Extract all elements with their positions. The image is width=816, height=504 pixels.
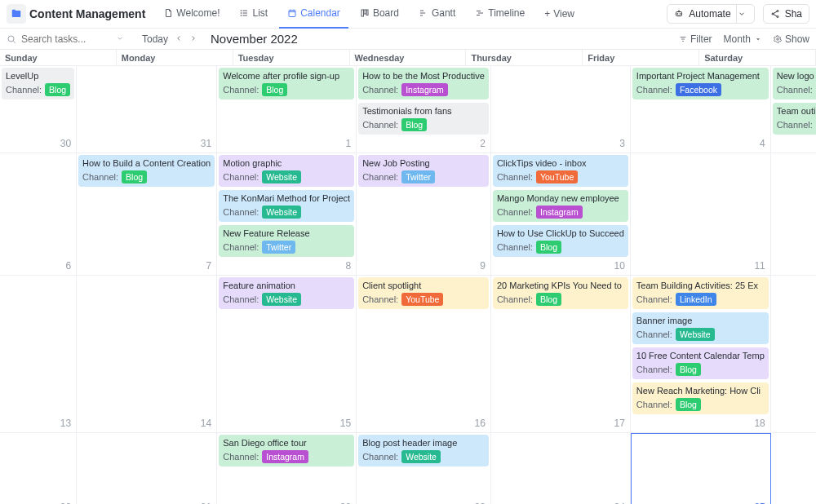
- event-channel-label: Channel:: [362, 172, 398, 182]
- tab-label: Timeline: [488, 7, 525, 19]
- add-view-button[interactable]: + View: [536, 8, 583, 20]
- calendar-cell[interactable]: New logoChannel:WebsiteTeam outingChanne…: [771, 66, 816, 153]
- event-title: 10 Free Content Calendar Temp: [636, 350, 765, 361]
- calendar-event[interactable]: Banner imageChannel:Website: [632, 312, 769, 344]
- tab-timeline[interactable]: Timeline: [467, 0, 533, 29]
- event-channel-label: Channel:: [362, 85, 398, 95]
- calendar-cell[interactable]: Important Project ManagementChannel:Face…: [631, 66, 771, 153]
- today-button[interactable]: Today: [142, 33, 168, 45]
- calendar-event[interactable]: Welcome after profile sign-upChannel:Blo…: [219, 68, 354, 99]
- calendar-cell[interactable]: 26: [771, 433, 816, 504]
- automate-button[interactable]: Automate: [667, 4, 754, 24]
- calendar-cell[interactable]: 14: [77, 276, 217, 433]
- calendar-cell[interactable]: Client spotlightChannel:YouTube16: [357, 276, 491, 433]
- tab-calendar[interactable]: Calendar: [279, 0, 348, 29]
- calendar-cell[interactable]: Team Building Activities: 25 ExChannel:L…: [631, 276, 771, 433]
- calendar-cell[interactable]: 12: [771, 153, 816, 276]
- calendar-cell[interactable]: New Job PostingChannel:Twitter9: [357, 153, 491, 276]
- day-number: 15: [340, 418, 351, 429]
- day-number: 18: [754, 418, 765, 429]
- calendar-cell[interactable]: 6: [0, 153, 77, 276]
- calendar-event[interactable]: New Feature ReleaseChannel:Twitter: [219, 225, 354, 257]
- calendar-event[interactable]: How to Build a Content CreationChannel:B…: [78, 155, 215, 187]
- calendar-event[interactable]: The KonMari Method for ProjectChannel:We…: [219, 190, 354, 222]
- calendar-cell[interactable]: Motion graphicChannel:WebsiteThe KonMari…: [217, 153, 357, 276]
- calendar-cell[interactable]: 19: [771, 276, 816, 433]
- calendar-cell[interactable]: ClickTips video - inboxChannel:YouTubeMa…: [491, 153, 631, 276]
- calendar-cell[interactable]: Feature animationChannel:Website15: [217, 276, 357, 433]
- tab-welcome[interactable]: Welcome!: [155, 0, 228, 29]
- range-dropdown[interactable]: Month: [724, 33, 762, 45]
- share-button[interactable]: Sha: [763, 4, 809, 24]
- calendar-event[interactable]: Team outingChannel:Website: [773, 103, 816, 135]
- search-options-caret[interactable]: [116, 33, 124, 45]
- filter-bar: Today November 2022 Filter Month Show: [0, 29, 816, 50]
- weekday-header: Tuesday: [233, 50, 350, 66]
- weekday-header: Monday: [117, 50, 233, 66]
- calendar-cell[interactable]: How to Build a Content CreationChannel:B…: [77, 153, 217, 276]
- search-box[interactable]: [7, 33, 129, 45]
- calendar-cell[interactable]: 11: [631, 153, 771, 276]
- calendar-event[interactable]: How to be the Most ProductiveChannel:Ins…: [358, 68, 489, 99]
- channel-chip: Blog: [262, 83, 287, 96]
- calendar-cell[interactable]: 20 Marketing KPIs You Need toChannel:Blo…: [491, 276, 631, 433]
- calendar-event[interactable]: New Job PostingChannel:Twitter: [358, 155, 489, 187]
- channel-chip: Website: [401, 450, 441, 463]
- tab-gantt[interactable]: Gantt: [410, 0, 463, 29]
- calendar-cell[interactable]: Welcome after profile sign-upChannel:Blo…: [217, 66, 357, 153]
- event-channel-label: Channel:: [6, 85, 42, 95]
- calendar-cell[interactable]: LevelUpChannel:Blog30: [0, 66, 77, 153]
- channel-chip: Website: [262, 170, 301, 183]
- tab-board[interactable]: Board: [352, 0, 407, 29]
- automate-label: Automate: [689, 8, 730, 20]
- calendar-event[interactable]: Team Building Activities: 25 ExChannel:L…: [632, 277, 769, 309]
- channel-chip: Twitter: [401, 170, 435, 183]
- calendar-event[interactable]: New logoChannel:Website: [773, 68, 816, 99]
- calendar-event[interactable]: Blog post header imageChannel:Website: [358, 435, 489, 466]
- event-channel-label: Channel:: [777, 120, 813, 130]
- calendar-event[interactable]: New Reach Marketing: How CliChannel:Blog: [632, 382, 769, 414]
- calendar-cell[interactable]: 3: [491, 66, 631, 153]
- show-options-button[interactable]: Show: [774, 33, 809, 45]
- day-number: 3: [619, 138, 625, 149]
- svg-rect-6: [366, 10, 368, 15]
- calendar-event[interactable]: 20 Marketing KPIs You Need toChannel:Blo…: [493, 277, 628, 309]
- calendar-event[interactable]: Feature animationChannel:Website: [219, 277, 354, 309]
- calendar-cell[interactable]: 20: [0, 433, 77, 504]
- calendar-event[interactable]: Testimonials from fansChannel:Blog: [358, 103, 489, 135]
- calendar-event[interactable]: San Diego office tourChannel:Instagram: [219, 435, 354, 466]
- calendar-event[interactable]: LevelUpChannel:Blog: [2, 68, 74, 99]
- calendar-cell[interactable]: 24: [491, 433, 631, 504]
- calendar-event[interactable]: ClickTips video - inboxChannel:YouTube: [493, 155, 628, 187]
- calendar-cell[interactable]: 21: [77, 433, 217, 504]
- search-input[interactable]: [21, 33, 111, 45]
- calendar-event[interactable]: How to Use ClickUp to SucceedChannel:Blo…: [493, 225, 628, 257]
- day-number: 4: [760, 138, 765, 149]
- calendar-event[interactable]: Mango Monday new employeeChannel:Instagr…: [493, 190, 628, 222]
- filter-button[interactable]: Filter: [679, 33, 712, 45]
- folder-icon-button[interactable]: [7, 4, 26, 24]
- next-month-button[interactable]: [189, 33, 197, 45]
- calendar-event[interactable]: Motion graphicChannel:Website: [219, 155, 354, 187]
- chevron-down-icon[interactable]: [736, 4, 747, 24]
- share-label: Sha: [785, 8, 802, 20]
- calendar-cell[interactable]: Blog post header imageChannel:Website23: [357, 433, 491, 504]
- weekday-header: Friday: [583, 50, 699, 66]
- add-view-label: View: [553, 8, 574, 20]
- event-channel-label: Channel:: [636, 294, 672, 304]
- calendar-cell[interactable]: 25: [631, 433, 771, 504]
- event-channel-label: Channel:: [636, 85, 672, 95]
- calendar-cell[interactable]: San Diego office tourChannel:Instagram22: [217, 433, 357, 504]
- plus-icon: +: [544, 8, 550, 20]
- prev-month-button[interactable]: [175, 33, 183, 45]
- calendar-cell[interactable]: 31: [77, 66, 217, 153]
- caret-down-icon: [754, 35, 762, 43]
- calendar-event[interactable]: 10 Free Content Calendar TempChannel:Blo…: [632, 347, 769, 379]
- tab-list[interactable]: List: [231, 0, 276, 29]
- channel-chip: YouTube: [401, 293, 443, 306]
- calendar-cell[interactable]: How to be the Most ProductiveChannel:Ins…: [357, 66, 491, 153]
- weekday-header: Thursday: [466, 50, 583, 66]
- calendar-event[interactable]: Client spotlightChannel:YouTube: [358, 277, 489, 309]
- calendar-event[interactable]: Important Project ManagementChannel:Face…: [632, 68, 769, 99]
- calendar-cell[interactable]: 13: [0, 276, 77, 433]
